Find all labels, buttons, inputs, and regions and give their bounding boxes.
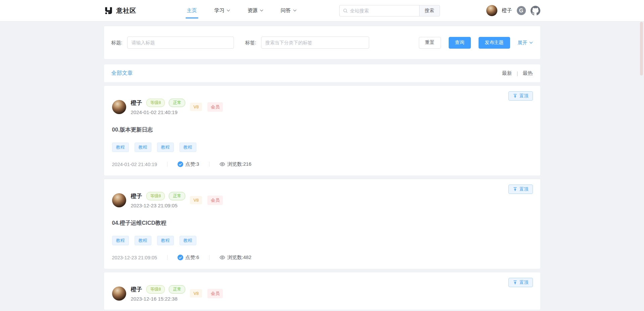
title-filter-label: 标题:: [111, 40, 122, 46]
post-date: 2023-12-23 21:09:05: [131, 203, 186, 208]
chevron-down-icon: [260, 9, 263, 12]
brand[interactable]: 意社区: [104, 6, 137, 15]
author-avatar[interactable]: [112, 287, 126, 301]
nav-item-home[interactable]: 主页: [187, 0, 197, 21]
main-menu: 主页 学习 资源 问答: [187, 0, 297, 21]
views-count: 浏览数:216: [219, 161, 251, 167]
member-badge: 会员: [207, 102, 223, 112]
likes-count: 点赞:3: [178, 161, 199, 167]
post-footer-date: 2023-12-23 21:09:05: [112, 255, 157, 260]
eye-icon: [219, 255, 225, 260]
avatar[interactable]: [486, 5, 497, 16]
pin-top-icon: [513, 280, 517, 285]
expand-link-label: 展开: [518, 40, 528, 46]
post-card: 置顶 橙子 等级8 正常 2024-01-02 21:40:19 V8 会员 0…: [104, 86, 540, 175]
author-avatar[interactable]: [112, 100, 126, 114]
nav-item-home-label: 主页: [187, 7, 197, 14]
scrollbar-thumb[interactable]: [640, 22, 643, 75]
pin-top-icon: [513, 187, 517, 192]
global-search: 搜索: [339, 5, 440, 16]
author-name[interactable]: 橙子: [131, 99, 142, 107]
views-count: 浏览数:482: [219, 254, 251, 261]
tag-filter-label: 标签:: [245, 40, 256, 46]
nav-item-qa[interactable]: 问答: [281, 0, 297, 21]
github-icon[interactable]: [531, 6, 540, 15]
pin-top-button[interactable]: 置顶: [508, 185, 533, 194]
footer-divider: [209, 162, 209, 167]
like-check-icon: [178, 161, 183, 167]
member-badge: 会员: [207, 289, 223, 298]
nav-item-learn-label: 学习: [214, 7, 225, 14]
all-articles-link[interactable]: 全部文章: [111, 70, 133, 77]
chevron-down-icon: [227, 9, 230, 12]
author-name[interactable]: 橙子: [131, 286, 142, 293]
pin-top-icon: [513, 94, 517, 98]
chevron-down-icon: [293, 9, 297, 12]
nav-item-learn[interactable]: 学习: [214, 0, 230, 21]
expand-link[interactable]: 展开: [518, 40, 533, 46]
search-button[interactable]: 搜索: [419, 5, 440, 16]
sort-newest[interactable]: 最新: [502, 70, 512, 76]
post-footer-date: 2024-01-02 21:40:19: [112, 162, 157, 167]
post-date: 2023-12-16 15:22:38: [131, 296, 186, 302]
level-badge: 等级8: [146, 192, 165, 200]
article-list-header: 全部文章 最新 | 最热: [104, 64, 540, 82]
nav-item-resources-label: 资源: [248, 7, 258, 14]
views-text: 浏览数:216: [227, 161, 251, 167]
search-icon: [343, 8, 348, 13]
post-date: 2024-01-02 21:40:19: [131, 109, 186, 115]
post-title[interactable]: 04.橙子运维CICD教程: [112, 219, 532, 227]
pin-top-button[interactable]: 置顶: [508, 278, 533, 287]
reset-button[interactable]: 重置: [419, 37, 441, 49]
post-tag[interactable]: 教程: [180, 143, 196, 152]
author-name[interactable]: 橙子: [131, 192, 142, 200]
gitee-icon[interactable]: G: [517, 6, 526, 15]
footer-divider: [167, 162, 167, 167]
status-badge: 正常: [169, 285, 185, 294]
post-card: 置顶 橙子 等级8 正常 2023-12-23 21:09:05 V8 会员 0…: [104, 179, 540, 269]
pin-top-label: 置顶: [519, 186, 529, 192]
nav-item-resources[interactable]: 资源: [248, 0, 263, 21]
pin-top-label: 置顶: [519, 279, 529, 286]
brand-logo-icon: [104, 6, 113, 15]
pin-top-button[interactable]: 置顶: [508, 91, 533, 101]
publish-topic-button[interactable]: 发布主题: [479, 37, 510, 49]
post-tag[interactable]: 教程: [157, 236, 174, 245]
eye-icon: [219, 161, 225, 167]
likes-text: 点赞:6: [185, 254, 199, 261]
sort-separator: |: [517, 71, 518, 76]
search-input[interactable]: [350, 8, 416, 13]
footer-divider: [209, 255, 209, 260]
filter-bar: 标题: 标签: 重置 查询 发布主题 展开: [104, 26, 540, 59]
post-tag[interactable]: 教程: [180, 236, 196, 245]
post-title[interactable]: 00.版本更新日志: [112, 126, 532, 134]
post-tag[interactable]: 教程: [135, 236, 151, 245]
level-badge: 等级8: [146, 99, 165, 107]
chevron-down-icon: [529, 42, 533, 44]
user-area: 橙子 G: [486, 5, 540, 16]
post-tag[interactable]: 教程: [135, 143, 151, 152]
views-text: 浏览数:482: [227, 254, 251, 261]
status-badge: 正常: [169, 192, 185, 200]
sort-hottest[interactable]: 最热: [523, 70, 533, 76]
pin-top-label: 置顶: [519, 93, 529, 99]
brand-title: 意社区: [116, 6, 137, 15]
nav-item-qa-label: 问答: [281, 7, 291, 14]
post-tag[interactable]: 教程: [112, 143, 129, 152]
username[interactable]: 橙子: [502, 7, 512, 14]
likes-text: 点赞:3: [185, 161, 199, 167]
query-button[interactable]: 查询: [449, 37, 471, 49]
author-avatar[interactable]: [112, 193, 126, 207]
footer-divider: [167, 255, 167, 260]
title-filter-input[interactable]: [127, 37, 234, 49]
post-tag[interactable]: 教程: [112, 236, 129, 245]
post-card: 置顶 橙子 等级8 正常 2023-12-16 15:22:38 V8 会员: [104, 272, 540, 310]
vip-badge: V8: [190, 289, 202, 298]
navbar: 意社区 主页 学习 资源 问答 搜索: [0, 0, 644, 21]
status-badge: 正常: [169, 99, 185, 107]
vip-badge: V8: [190, 103, 202, 111]
level-badge: 等级8: [146, 285, 165, 294]
post-tag[interactable]: 教程: [157, 143, 174, 152]
likes-count: 点赞:6: [178, 254, 199, 261]
tag-filter-input[interactable]: [261, 37, 369, 49]
